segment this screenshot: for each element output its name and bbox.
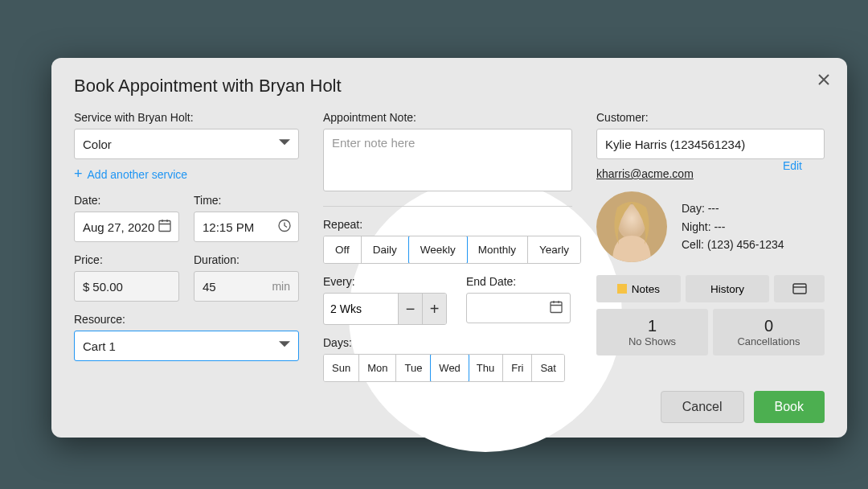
- chevron-down-icon: [279, 339, 290, 353]
- plus-icon: +: [74, 166, 83, 183]
- add-service-link[interactable]: + Add another service: [74, 166, 299, 183]
- cancellations-label: Cancellations: [716, 335, 821, 347]
- customer-value: Kylie Harris (1234561234): [605, 138, 745, 151]
- duration-value: 45: [203, 280, 216, 294]
- time-input[interactable]: 12:15 PM: [194, 212, 299, 242]
- svg-rect-11: [793, 284, 806, 294]
- svg-rect-5: [551, 302, 562, 313]
- night-phone: Night: ---: [682, 218, 784, 236]
- cancellations-stat: 0 Cancellations: [713, 309, 825, 355]
- price-input[interactable]: $ 50.00: [74, 271, 179, 302]
- every-value: 2: [330, 302, 337, 315]
- repeat-option-yearly[interactable]: Yearly: [528, 236, 580, 263]
- edit-customer-link[interactable]: Edit: [783, 159, 802, 172]
- price-prefix: $: [83, 280, 89, 294]
- days-label: Days:: [323, 336, 572, 349]
- repeat-option-off[interactable]: Off: [324, 236, 362, 263]
- chevron-down-icon: [279, 138, 290, 151]
- time-value: 12:15 PM: [203, 220, 254, 234]
- days-segment: SunMonTueWedThuFriSat: [323, 354, 565, 382]
- service-value: Color: [83, 138, 112, 151]
- payment-tab-button[interactable]: [774, 275, 825, 302]
- duration-label: Duration:: [194, 253, 299, 266]
- no-shows-stat: 1 No Shows: [596, 309, 708, 355]
- service-select[interactable]: Color: [74, 129, 299, 159]
- cancel-button[interactable]: Cancel: [661, 391, 744, 423]
- every-stepper: 2 Wks − +: [323, 293, 447, 325]
- decrement-button[interactable]: −: [398, 294, 422, 324]
- book-button[interactable]: Book: [754, 391, 825, 423]
- note-label: Appointment Note:: [323, 111, 572, 124]
- close-icon: [817, 72, 831, 87]
- duration-input[interactable]: 45 min: [194, 271, 299, 302]
- no-shows-label: No Shows: [600, 335, 705, 347]
- customer-input[interactable]: Kylie Harris (1234561234): [596, 129, 825, 159]
- close-button[interactable]: [817, 71, 831, 92]
- every-value-box[interactable]: 2 Wks: [324, 294, 398, 324]
- repeat-option-weekly[interactable]: Weekly: [408, 236, 468, 264]
- day-option-sat[interactable]: Sat: [532, 355, 564, 381]
- clock-icon: [277, 219, 292, 236]
- note-textarea[interactable]: Enter note here: [323, 129, 572, 191]
- book-appointment-modal: Book Appointment with Bryan Holt Service…: [51, 58, 847, 438]
- credit-card-icon: [792, 281, 807, 296]
- day-option-wed[interactable]: Wed: [430, 354, 469, 382]
- customer-label: Customer:: [596, 111, 825, 124]
- date-value: Aug 27, 2020: [83, 220, 154, 234]
- increment-button[interactable]: +: [422, 294, 446, 324]
- price-label: Price:: [74, 253, 179, 266]
- resource-value: Cart 1: [83, 339, 116, 353]
- day-option-fri[interactable]: Fri: [503, 355, 532, 381]
- contact-info: Day: --- Night: --- Cell: (123) 456-1234: [682, 199, 784, 253]
- notes-tab-label: Notes: [632, 283, 660, 295]
- add-service-text: Add another service: [88, 168, 188, 181]
- repeat-label: Repeat:: [323, 218, 572, 231]
- calendar-icon: [549, 300, 563, 317]
- notes-tab-button[interactable]: Notes: [596, 275, 681, 302]
- end-date-input[interactable]: [466, 293, 571, 323]
- modal-title: Book Appointment with Bryan Holt: [74, 76, 825, 97]
- day-option-thu[interactable]: Thu: [469, 355, 503, 381]
- history-tab-button[interactable]: History: [686, 275, 770, 302]
- calendar-icon: [158, 219, 172, 236]
- end-date-label: End Date:: [466, 275, 572, 288]
- service-label: Service with Bryan Holt:: [74, 111, 299, 124]
- repeat-segment: OffDailyWeeklyMonthlyYearly: [323, 236, 581, 264]
- divider: [323, 206, 572, 207]
- notes-color-icon: [617, 284, 627, 294]
- price-value: 50.00: [92, 280, 123, 294]
- note-placeholder: Enter note here: [332, 136, 415, 150]
- customer-avatar: [596, 191, 667, 262]
- day-option-mon[interactable]: Mon: [359, 355, 396, 381]
- date-input[interactable]: Aug 27, 2020: [74, 212, 179, 242]
- svg-rect-0: [159, 221, 170, 232]
- cell-phone: Cell: (123) 456-1234: [682, 236, 784, 253]
- cancellations-count: 0: [716, 317, 821, 335]
- resource-label: Resource:: [74, 313, 299, 326]
- day-option-sun[interactable]: Sun: [324, 355, 359, 381]
- every-unit: Wks: [340, 302, 362, 315]
- repeat-option-daily[interactable]: Daily: [362, 236, 409, 263]
- repeat-option-monthly[interactable]: Monthly: [467, 236, 528, 263]
- time-label: Time:: [194, 194, 299, 207]
- day-option-tue[interactable]: Tue: [396, 355, 431, 381]
- resource-select[interactable]: Cart 1: [74, 331, 299, 361]
- date-label: Date:: [74, 194, 179, 207]
- no-shows-count: 1: [600, 317, 705, 335]
- every-label: Every:: [323, 275, 447, 288]
- day-phone: Day: ---: [682, 199, 784, 217]
- duration-unit: min: [272, 280, 290, 293]
- history-tab-label: History: [710, 283, 744, 295]
